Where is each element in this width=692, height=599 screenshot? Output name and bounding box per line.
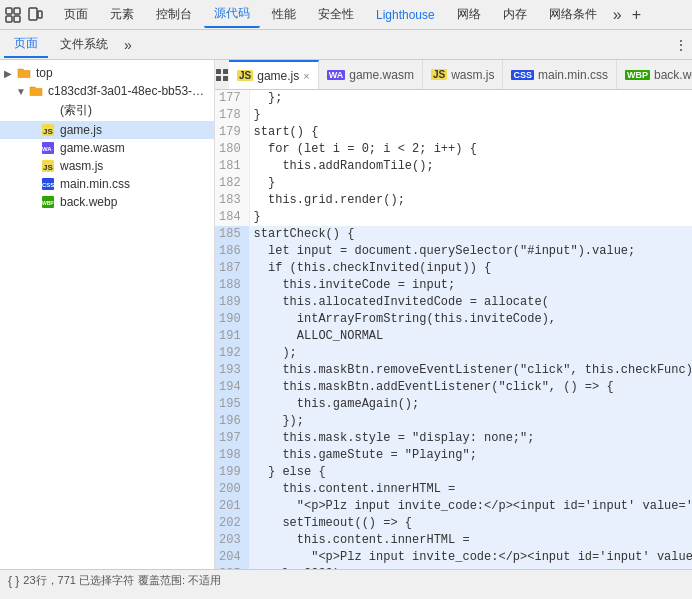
line-code: }, 2000);: [249, 566, 692, 569]
inspect-icon[interactable]: [4, 6, 22, 24]
sidebar-tree-item-c183cd3f-3a01-48ec-bb53-5573---[interactable]: ▼c183cd3f-3a01-48ec-bb53-5573...: [0, 82, 214, 100]
line-number: 189: [215, 294, 249, 311]
line-number: 181: [215, 158, 249, 175]
file-tabs-bar: JSgame.js×WAgame.wasmJSwasm.jsCSSmain.mi…: [215, 60, 692, 90]
file-tab-close-button[interactable]: ×: [303, 70, 309, 82]
nav-tab-lighthouse[interactable]: Lighthouse: [366, 4, 445, 26]
line-number: 201: [215, 498, 249, 515]
code-line: 193 this.maskBtn.removeEventListener("cl…: [215, 362, 692, 379]
nav-tab-security[interactable]: 安全性: [308, 2, 364, 27]
line-number: 200: [215, 481, 249, 498]
line-number: 191: [215, 328, 249, 345]
file-tab-label: back.webp: [654, 68, 692, 82]
code-line: 201 "<p>Plz input invite_code:</p><input…: [215, 498, 692, 515]
line-code: } else {: [249, 464, 692, 481]
line-code: this.gameAgain();: [249, 396, 692, 413]
nav-tab-console[interactable]: 元素: [100, 2, 144, 27]
svg-rect-4: [29, 8, 37, 20]
sidebar-panel: ▶top▼c183cd3f-3a01-48ec-bb53-5573...(索引)…: [0, 60, 215, 569]
file-tab-game-wasm[interactable]: WAgame.wasm: [319, 60, 423, 90]
tree-label: c183cd3f-3a01-48ec-bb53-5573...: [48, 84, 210, 98]
code-line: 195 this.gameAgain();: [215, 396, 692, 413]
file-tab-label: wasm.js: [451, 68, 494, 82]
file-tab-wasm-js[interactable]: JSwasm.js: [423, 60, 504, 90]
file-tabs-icon: [215, 65, 229, 85]
line-code: );: [249, 345, 692, 362]
sidebar-tree-item-main-min-css[interactable]: CSSmain.min.css: [0, 175, 214, 193]
line-code: setTimeout(() => {: [249, 515, 692, 532]
svg-rect-3: [14, 16, 20, 22]
line-number: 204: [215, 549, 249, 566]
line-number: 198: [215, 447, 249, 464]
tree-file-icon: WBP: [40, 195, 56, 209]
sidebar-tree-item-game-js[interactable]: JSgame.js: [0, 121, 214, 139]
line-code: this.allocatedInvitedCode = allocate(: [249, 294, 692, 311]
code-line: 191 ALLOC_NORMAL: [215, 328, 692, 345]
code-editor[interactable]: 177 };178}179start() {180 for (let i = 0…: [215, 90, 692, 569]
device-icon[interactable]: [26, 6, 44, 24]
tab-page[interactable]: 页面: [4, 31, 48, 58]
line-number: 179: [215, 124, 249, 141]
nav-tab-network[interactable]: 网络: [447, 2, 491, 27]
code-line: 186 let input = document.querySelector("…: [215, 243, 692, 260]
line-number: 182: [215, 175, 249, 192]
nav-icons: [4, 6, 44, 24]
tree-label: back.webp: [60, 195, 117, 209]
nav-more-icon[interactable]: »: [609, 6, 626, 24]
line-number: 188: [215, 277, 249, 294]
line-number: 177: [215, 90, 249, 107]
line-number: 199: [215, 464, 249, 481]
line-code: if (this.checkInvited(input)) {: [249, 260, 692, 277]
sidebar-tree-item-back-webp[interactable]: WBPback.webp: [0, 193, 214, 211]
nav-tab-perf[interactable]: 性能: [262, 2, 306, 27]
nav-tab-network-cond[interactable]: 网络条件: [539, 2, 607, 27]
tree-label: wasm.js: [60, 159, 103, 173]
nav-tab-memory[interactable]: 内存: [493, 2, 537, 27]
nav-tab-control[interactable]: 控制台: [146, 2, 202, 27]
line-number: 187: [215, 260, 249, 277]
line-code: startCheck() {: [249, 226, 692, 243]
sidebar-tree: ▶top▼c183cd3f-3a01-48ec-bb53-5573...(索引)…: [0, 60, 214, 215]
line-number: 193: [215, 362, 249, 379]
sidebar-tree-item-----[interactable]: (索引): [0, 100, 214, 121]
code-line: 187 if (this.checkInvited(input)) {: [215, 260, 692, 277]
line-code: ALLOC_NORMAL: [249, 328, 692, 345]
tree-file-icon: [28, 84, 44, 98]
svg-text:JS: JS: [43, 127, 53, 136]
editor-area: JSgame.js×WAgame.wasmJSwasm.jsCSSmain.mi…: [215, 60, 692, 569]
tree-arrow: ▶: [4, 68, 16, 79]
tree-label: main.min.css: [60, 177, 130, 191]
code-line: 192 );: [215, 345, 692, 362]
sidebar-tree-item-top[interactable]: ▶top: [0, 64, 214, 82]
sidebar-tree-item-wasm-js[interactable]: JSwasm.js: [0, 157, 214, 175]
line-number: 185: [215, 226, 249, 243]
tree-arrow: ▼: [16, 86, 28, 97]
file-tab-game-js[interactable]: JSgame.js×: [229, 60, 319, 90]
line-code: this.gameStute = "Playing";: [249, 447, 692, 464]
line-code: let input = document.querySelector("#inp…: [249, 243, 692, 260]
tab-menu-button[interactable]: ⋮: [674, 37, 688, 53]
line-number: 196: [215, 413, 249, 430]
svg-rect-19: [223, 76, 228, 81]
tab-filesystem[interactable]: 文件系统: [50, 32, 118, 57]
sidebar-tree-item-game-wasm[interactable]: WAgame.wasm: [0, 139, 214, 157]
status-bar: { } 23行，771 已选择字符 覆盖范围: 不适用: [0, 569, 692, 591]
tree-file-icon: [16, 66, 32, 80]
nav-tab-elements[interactable]: 页面: [54, 2, 98, 27]
file-tab-back-webp[interactable]: WBPback.webp: [617, 60, 692, 90]
code-line: 179start() {: [215, 124, 692, 141]
svg-rect-2: [6, 16, 12, 22]
code-line: 200 this.content.innerHTML =: [215, 481, 692, 498]
line-number: 190: [215, 311, 249, 328]
nav-plus-icon[interactable]: +: [628, 6, 645, 24]
nav-tab-source[interactable]: 源代码: [204, 1, 260, 28]
line-number: 202: [215, 515, 249, 532]
line-code: this.mask.style = "display: none;";: [249, 430, 692, 447]
code-line: 184}: [215, 209, 692, 226]
tab-more-icon[interactable]: »: [120, 37, 136, 53]
file-tab-main-min-css[interactable]: CSSmain.min.css: [503, 60, 617, 90]
line-code: intArrayFromString(this.inviteCode),: [249, 311, 692, 328]
status-braces-icon[interactable]: { }: [8, 574, 19, 588]
line-code: }: [249, 175, 692, 192]
code-line: 189 this.allocatedInvitedCode = allocate…: [215, 294, 692, 311]
